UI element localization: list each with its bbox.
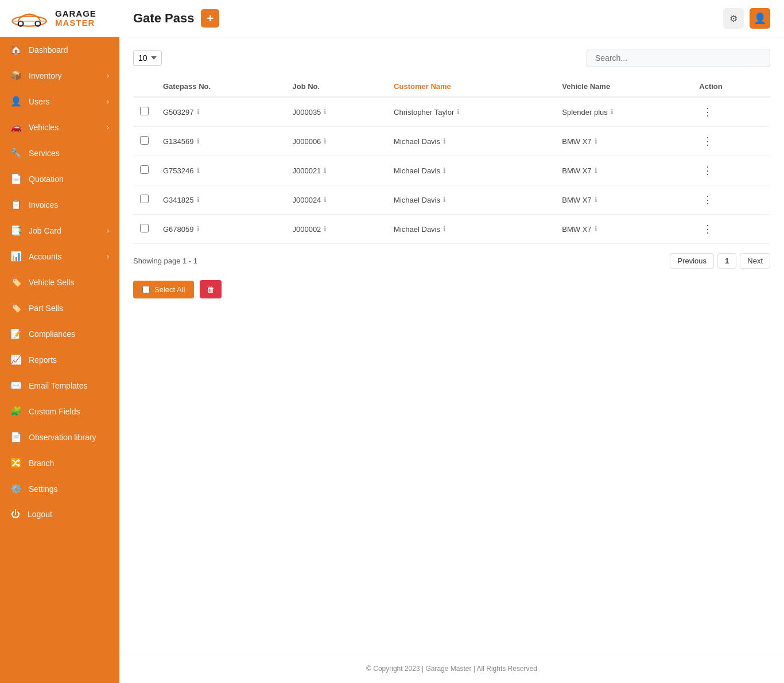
info-icon[interactable]: ℹ	[197, 196, 200, 204]
info-icon[interactable]: ℹ	[324, 196, 327, 204]
sidebar-item-quotation[interactable]: 📄 Quotation	[0, 166, 119, 192]
vehicle-value: BMW X7	[562, 166, 591, 175]
info-icon[interactable]: ℹ	[324, 137, 327, 145]
info-icon[interactable]: ℹ	[197, 137, 200, 145]
sidebar-item-inventory[interactable]: 📦 Inventory ›	[0, 63, 119, 88]
sidebar-item-settings[interactable]: ⚙️ Settings	[0, 476, 119, 502]
gatepass-cell: G341825 ℹ	[156, 185, 285, 215]
vehicle-value: BMW X7	[562, 137, 591, 146]
info-icon[interactable]: ℹ	[443, 196, 446, 204]
table-row: G753246 ℹ J000021 ℹ Michael Davis ℹ BMW …	[133, 156, 770, 185]
sidebar-item-compliances[interactable]: 📝 Compliances	[0, 321, 119, 347]
sidebar-item-vehicle-sells[interactable]: 🏷️ Vehicle Sells	[0, 269, 119, 295]
per-page-select[interactable]: 10 25 50	[133, 50, 162, 66]
sidebar-label-observation-library: Observation library	[29, 433, 96, 442]
action-menu-button[interactable]: ⋮	[699, 192, 716, 207]
action-menu-button[interactable]: ⋮	[699, 104, 716, 119]
job-value: J000035	[292, 108, 321, 117]
vehicle-cell: BMW X7 ℹ	[555, 127, 692, 156]
inventory-icon: 📦	[10, 70, 22, 81]
sidebar-item-email-templates[interactable]: ✉️ Email Templates	[0, 372, 119, 398]
job-value: J000006	[292, 137, 321, 146]
job-cell: J000006 ℹ	[285, 127, 387, 156]
row-checkbox-1[interactable]	[140, 136, 149, 145]
search-input[interactable]	[587, 49, 770, 67]
gatepass-value: G753246	[163, 166, 194, 175]
next-button[interactable]: Next	[740, 253, 770, 269]
action-cell: ⋮	[692, 127, 770, 156]
sidebar-item-users[interactable]: 👤 Users ›	[0, 88, 119, 114]
sidebar-label-invoices: Invoices	[29, 200, 58, 209]
topbar: Gate Pass + ⚙ 👤	[119, 0, 784, 37]
branch-icon: 🔀	[10, 457, 22, 468]
job-value: J000024	[292, 196, 321, 204]
info-icon[interactable]: ℹ	[197, 166, 200, 174]
sidebar-item-logout[interactable]: ⏻ Logout	[0, 502, 119, 527]
logo-car-icon	[9, 7, 49, 30]
gatepass-value: G678059	[163, 225, 194, 234]
sidebar-item-vehicles[interactable]: 🚗 Vehicles ›	[0, 114, 119, 140]
info-icon[interactable]: ℹ	[324, 225, 327, 233]
action-cell: ⋮	[692, 185, 770, 215]
settings-icon-button[interactable]: ⚙	[723, 8, 744, 29]
sidebar-label-compliances: Compliances	[29, 329, 75, 339]
sidebar-item-part-sells[interactable]: 🏷️ Part Sells	[0, 295, 119, 321]
vehicle-value: BMW X7	[562, 196, 591, 204]
info-icon[interactable]: ℹ	[443, 225, 446, 233]
user-profile-button[interactable]: 👤	[750, 8, 770, 29]
job-value: J000002	[292, 225, 321, 234]
previous-button[interactable]: Previous	[670, 253, 714, 269]
sidebar-label-quotation: Quotation	[29, 174, 64, 184]
compliances-icon: 📝	[10, 328, 22, 339]
info-icon[interactable]: ℹ	[443, 137, 446, 145]
accounts-icon: 📊	[10, 251, 22, 262]
sidebar-item-services[interactable]: 🔧 Services	[0, 140, 119, 166]
action-menu-button[interactable]: ⋮	[699, 163, 716, 178]
info-icon[interactable]: ℹ	[197, 225, 200, 233]
info-icon[interactable]: ℹ	[595, 196, 597, 204]
page-1-button[interactable]: 1	[717, 253, 736, 269]
info-icon[interactable]: ℹ	[197, 108, 200, 116]
sidebar-item-dashboard[interactable]: 🏠 Dashboard	[0, 37, 119, 63]
info-icon[interactable]: ℹ	[595, 137, 597, 145]
info-icon[interactable]: ℹ	[324, 108, 327, 116]
chevron-right-icon: ›	[107, 72, 109, 80]
row-checkbox-2[interactable]	[140, 165, 149, 174]
sidebar-label-email-templates: Email Templates	[29, 381, 87, 390]
job-value: J000021	[292, 166, 321, 175]
info-icon[interactable]: ℹ	[443, 166, 446, 174]
sidebar-label-vehicle-sells: Vehicle Sells	[29, 278, 74, 287]
sidebar-item-jobcard[interactable]: 📑 Job Card ›	[0, 218, 119, 243]
info-icon[interactable]: ℹ	[611, 108, 614, 116]
action-menu-button[interactable]: ⋮	[699, 134, 716, 149]
select-all-button[interactable]: Select All	[133, 281, 194, 298]
info-icon[interactable]: ℹ	[595, 166, 597, 174]
bulk-actions: Select All 🗑	[133, 280, 770, 298]
bulk-delete-button[interactable]: 🗑	[200, 280, 222, 298]
action-menu-button[interactable]: ⋮	[699, 222, 716, 236]
action-cell: ⋮	[692, 215, 770, 244]
sidebar-item-reports[interactable]: 📈 Reports	[0, 347, 119, 372]
row-checkbox-3[interactable]	[140, 195, 149, 203]
info-icon[interactable]: ℹ	[457, 108, 460, 116]
sidebar-item-accounts[interactable]: 📊 Accounts ›	[0, 243, 119, 269]
sidebar-item-invoices[interactable]: 📋 Invoices	[0, 192, 119, 218]
header-job: Job No.	[285, 76, 387, 97]
vehicle-cell: BMW X7 ℹ	[555, 185, 692, 215]
chevron-right-icon: ›	[107, 98, 109, 106]
sidebar-label-vehicles: Vehicles	[29, 123, 59, 132]
sidebar-item-custom-fields[interactable]: 🧩 Custom Fields	[0, 398, 119, 424]
table-header-row: Gatepass No. Job No. Customer Name Vehic…	[133, 76, 770, 97]
user-icon: 👤	[754, 12, 766, 25]
customer-value: Michael Davis	[394, 137, 440, 146]
table-row: G503297 ℹ J000035 ℹ Christopher Taylor ℹ…	[133, 97, 770, 127]
info-icon[interactable]: ℹ	[595, 225, 597, 233]
row-checkbox-4[interactable]	[140, 224, 149, 232]
sidebar-item-branch[interactable]: 🔀 Branch	[0, 450, 119, 476]
row-checkbox-0[interactable]	[140, 107, 149, 115]
select-all-checkbox[interactable]	[142, 286, 150, 293]
add-gatepass-button[interactable]: +	[201, 9, 219, 28]
customer-value: Michael Davis	[394, 166, 440, 175]
sidebar-item-observation-library[interactable]: 📄 Observation library	[0, 424, 119, 450]
info-icon[interactable]: ℹ	[324, 166, 327, 174]
